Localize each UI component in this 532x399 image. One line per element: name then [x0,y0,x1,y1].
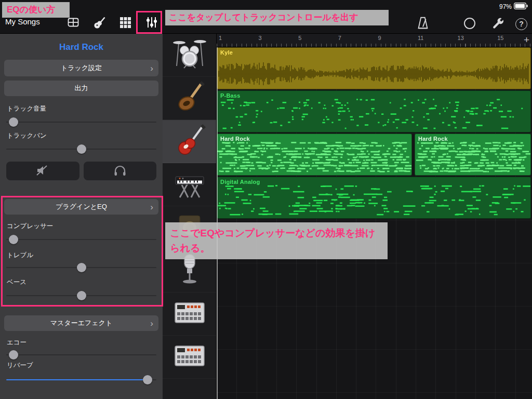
drum-machine-icon [170,337,209,377]
master-effects-label: マスターエフェクト [50,318,112,328]
settings-button[interactable] [488,15,507,33]
volume-slider-knob[interactable] [9,117,18,127]
compressor-label: コンプレッサー [7,222,53,231]
treble-slider[interactable] [6,262,156,273]
wrench-icon [490,16,505,32]
chevron-right-icon: › [150,319,153,328]
bass-slider-knob[interactable] [77,291,86,300]
master-effects-button[interactable]: マスターエフェクト › [4,315,158,331]
track-volume-label: トラック音量 [7,104,46,113]
keyboard-synth-icon [170,164,209,205]
ruler-mark: 5 [298,35,301,41]
reverb-label: リバーブ [7,361,33,370]
track-controls-panel: Hard Rock トラック設定 › 出力 トラック音量 トラックパン [0,34,163,399]
track-region-kyle[interactable]: Kyle [217,47,531,89]
add-track-button[interactable]: + [524,34,529,46]
reverb-slider[interactable] [6,375,156,385]
garageband-app: My Songs [0,0,532,399]
track-header-bass[interactable] [163,77,216,120]
output-section-button[interactable]: 出力 [4,81,158,96]
monitor-button[interactable] [84,162,157,180]
chevron-right-icon: › [150,203,153,211]
output-label: 出力 [75,84,88,93]
echo-slider-knob[interactable] [9,350,18,360]
echo-slider-track [6,354,156,355]
echo-label: エコー [7,338,26,347]
volume-slider-track [6,122,156,123]
loop-browser-icon [462,16,477,32]
headphones-icon [113,163,127,179]
battery-percent: 97% [499,3,512,10]
mute-button[interactable] [6,162,79,180]
annotation-tap-note: ここをタップしてトラックコントロールを出す [165,10,389,25]
compressor-slider[interactable] [6,234,156,245]
drum-kit-icon [170,35,209,75]
help-icon: ? [515,18,527,30]
my-songs-button[interactable]: My Songs [5,17,40,26]
track-header-keyboard[interactable] [163,163,216,206]
chevron-right-icon: › [150,64,153,73]
compressor-slider-track [6,239,156,240]
ruler-mark: 15 [497,35,503,41]
echo-slider[interactable] [6,350,156,360]
track-header-drums[interactable] [163,34,216,77]
track-region-hard-rock[interactable]: Hard Rock [415,134,531,176]
treble-slider-knob[interactable] [77,263,86,272]
region-label: P-Bass [220,92,241,99]
battery-indicator: 97% [499,3,528,11]
bass-guitar-icon [170,78,209,118]
region-label: Kyle [220,49,233,56]
track-header-guitar-selected[interactable] [163,120,216,163]
ruler-mark: 1 [219,35,222,41]
track-settings-label: トラック設定 [61,63,102,73]
mixer-faders-icon [144,15,158,31]
annotation-eq-title: EQの使い方 [2,2,70,18]
arrangement-timeline: 13579111315 + KyleP-BassHard RockHard Ro… [217,34,532,399]
battery-icon [514,3,528,11]
track-volume-slider[interactable] [6,117,156,127]
track-pan-slider[interactable] [6,144,156,154]
sound-browser-button[interactable] [89,14,109,32]
track-header-drum-machine-2[interactable] [163,336,216,379]
tracks-view-button[interactable] [115,14,135,32]
drum-machine-icon [170,294,209,334]
plugins-eq-label: プラグインとEQ [56,202,107,211]
track-header-drum-machine-1[interactable] [163,292,216,336]
track-region-digital-analog[interactable]: Digital Analog [217,177,531,219]
region-label: Hard Rock [220,136,250,142]
region-label: Digital Analog [220,179,260,185]
ruler-mark: 9 [378,35,381,41]
metronome-icon [415,16,431,33]
track-pan-label: トラックパン [7,131,47,140]
treble-label: トレブル [7,251,33,260]
annotation-effect-note: ここでEQやコンプレッサーなどの効果を掛けられる。 [165,222,388,259]
view-switch-group [63,14,161,32]
track-settings-button[interactable]: トラック設定 › [4,60,158,76]
panel-track-title: Hard Rock [0,42,163,52]
tracks-grid-icon [119,16,131,30]
track-region-p-bass[interactable]: P-Bass [217,90,531,132]
loop-browser-button[interactable] [460,15,479,33]
mute-monitor-row [6,162,156,180]
speaker-mute-icon [35,163,50,179]
ruler-mark: 11 [418,35,423,41]
track-header-column [163,34,217,399]
guitar-browser-icon [92,15,107,31]
track-region-hard-rock[interactable]: Hard Rock [217,134,412,176]
compressor-slider-knob[interactable] [9,235,18,244]
ruler-mark: 7 [338,35,341,41]
bass-label: ベース [7,278,26,287]
reverb-slider-fill [6,379,148,380]
pan-slider-knob[interactable] [77,144,86,154]
ruler-mark: 13 [458,35,464,41]
ruler-mark: 3 [259,35,262,41]
help-button[interactable]: ? [512,15,531,33]
electric-guitar-icon [170,121,209,162]
bass-slider[interactable] [6,290,156,301]
bar-ruler[interactable]: 13579111315 [217,34,532,47]
region-label: Hard Rock [418,136,448,142]
plugins-eq-button[interactable]: プラグインとEQ › [4,199,158,215]
track-controls-button[interactable] [141,14,161,32]
metronome-button[interactable] [413,15,432,33]
reverb-slider-knob[interactable] [143,375,152,384]
